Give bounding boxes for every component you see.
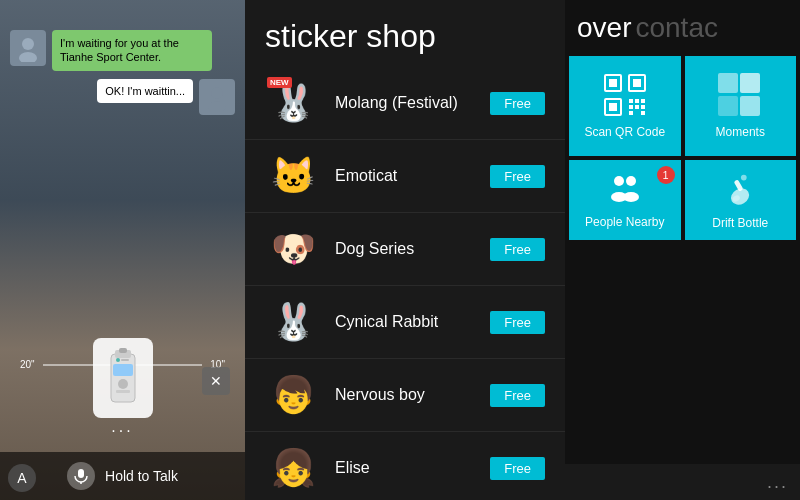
svg-rect-25 [641,105,645,109]
moments-label: Moments [716,125,765,139]
drift-bottle-label: Drift Bottle [712,216,768,230]
svg-rect-6 [119,348,127,353]
discover-title-active: over [577,12,631,44]
svg-rect-21 [635,99,639,103]
sticker-name: Emoticat [335,167,490,185]
sticker-thumbnail: 👧 [265,440,321,496]
timer-right: 20" [20,359,35,370]
sticker-thumbnail: 🐶 [265,221,321,277]
cancel-button[interactable]: ✕ [202,367,230,395]
hold-to-talk-bar[interactable]: Hold to Talk [0,452,245,500]
chat-overlay: I'm waiting for you at the Tianhe Sport … [0,0,245,500]
avatar [10,30,46,66]
right-footer: ... [565,464,800,500]
list-item[interactable]: 🐶Dog SeriesFree [245,213,565,286]
walkie-menu[interactable]: ··· [111,422,133,440]
corner-a-button[interactable]: A [8,464,36,492]
svg-point-28 [614,176,624,186]
table-row: OK! I'm waittin... [10,79,235,115]
more-options-button[interactable]: ... [767,472,788,493]
svg-point-0 [22,38,34,50]
svg-point-8 [118,379,128,389]
discover-panel: over contac Scan QR Code [565,0,800,500]
list-item[interactable]: 👧EliseFree [245,432,565,500]
qr-icon [603,73,647,117]
svg-point-31 [623,192,639,202]
tiles-grid: Scan QR Code Moments 1 People Nearby [565,52,800,248]
sticker-thumbnail: 👦 [265,367,321,423]
svg-rect-4 [111,354,135,402]
table-row: I'm waiting for you at the Tianhe Sport … [10,30,235,71]
sticker-name: Dog Series [335,240,490,258]
chat-message-area: I'm waiting for you at the Tianhe Sport … [10,30,235,123]
svg-rect-20 [629,99,633,103]
svg-rect-23 [635,105,639,109]
hold-to-talk-label: Hold to Talk [105,468,178,484]
new-badge: NEW [267,77,292,88]
sticker-name: Nervous boy [335,386,490,404]
message-bubble-sent: OK! I'm waittin... [97,79,193,103]
svg-rect-11 [121,359,129,361]
svg-rect-22 [629,105,633,109]
svg-rect-24 [641,99,645,103]
left-panel: I'm waiting for you at the Tianhe Sport … [0,0,245,500]
free-button[interactable]: Free [490,457,545,480]
free-button[interactable]: Free [490,92,545,115]
list-item[interactable]: 🐰Cynical RabbitFree [245,286,565,359]
notification-badge: 1 [657,166,675,184]
list-item[interactable]: 👦Nervous boyFree [245,359,565,432]
free-button[interactable]: Free [490,311,545,334]
moments-tile[interactable]: Moments [685,56,797,156]
avatar [199,79,235,115]
sticker-name: Molang (Festival) [335,94,490,112]
sticker-name: Elise [335,459,490,477]
svg-rect-9 [116,390,130,393]
svg-rect-19 [609,103,617,111]
svg-point-34 [741,175,747,181]
svg-point-2 [211,87,223,99]
walkie-talkie-container: ··· [93,338,153,440]
sticker-list[interactable]: 🐰NEWMolang (Festival)Free🐱EmoticatFree🐶D… [245,67,565,500]
free-button[interactable]: Free [490,238,545,261]
svg-rect-26 [629,111,633,115]
svg-point-1 [19,52,37,62]
svg-rect-7 [113,364,133,376]
svg-rect-15 [609,79,617,87]
sticker-thumbnail: 🐰 [265,294,321,350]
free-button[interactable]: Free [490,384,545,407]
sticker-shop-title: sticker shop [245,0,565,67]
scan-qr-label: Scan QR Code [584,125,665,139]
sticker-shop-panel: sticker shop 🐰NEWMolang (Festival)Free🐱E… [245,0,565,500]
scan-qr-tile[interactable]: Scan QR Code [569,56,681,156]
svg-point-3 [208,101,226,111]
list-item[interactable]: 🐰NEWMolang (Festival)Free [245,67,565,140]
people-nearby-label: People Nearby [585,215,664,229]
sticker-thumbnail: 🐰NEW [265,75,321,131]
message-bubble-received: I'm waiting for you at the Tianhe Sport … [52,30,212,71]
sticker-thumbnail: 🐱 [265,148,321,204]
list-item[interactable]: 🐱EmoticatFree [245,140,565,213]
people-nearby-tile[interactable]: 1 People Nearby [569,160,681,240]
svg-rect-33 [734,179,744,191]
mic-icon [67,462,95,490]
svg-rect-27 [641,111,645,115]
people-icon [607,171,643,207]
svg-point-29 [626,176,636,186]
drift-bottle-icon [720,170,760,208]
walkie-talkie-icon [93,338,153,418]
drift-bottle-tile[interactable]: Drift Bottle [685,160,797,240]
discover-title-inactive: contac [635,12,718,44]
discover-header: over contac [565,0,800,52]
sticker-name: Cynical Rabbit [335,313,490,331]
moments-icon [718,73,762,117]
svg-rect-17 [633,79,641,87]
free-button[interactable]: Free [490,165,545,188]
svg-point-10 [116,358,120,362]
svg-rect-12 [78,469,84,478]
